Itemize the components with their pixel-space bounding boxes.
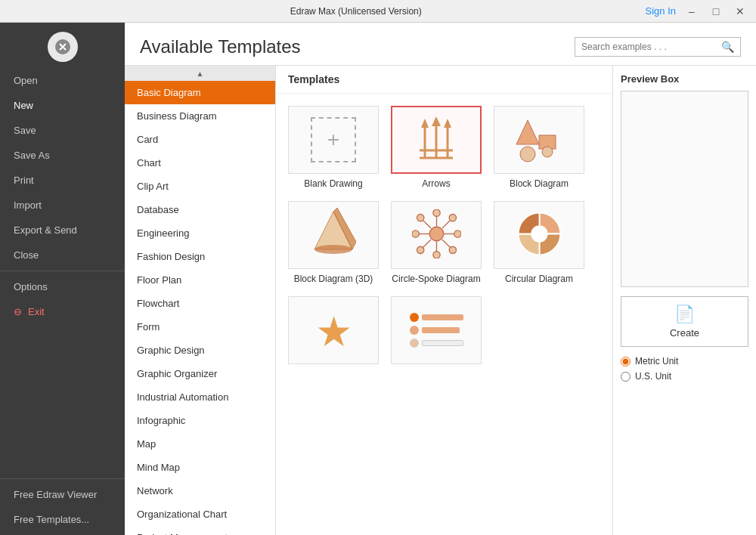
svg-point-12 bbox=[542, 147, 553, 157]
category-item-flowchart[interactable]: Flowchart bbox=[125, 292, 275, 315]
category-label-form: Form bbox=[137, 321, 160, 332]
sidebar-item-close[interactable]: Close bbox=[0, 243, 125, 268]
sidebar-item-export[interactable]: Export & Send bbox=[0, 218, 125, 243]
category-item-chart[interactable]: Chart bbox=[125, 151, 275, 175]
sidebar-item-import[interactable]: Import bbox=[0, 193, 125, 218]
template-thumb-star: ★ bbox=[288, 296, 379, 364]
sidebar-label-print: Print bbox=[14, 175, 34, 186]
unit-us-label: U.S. Unit bbox=[635, 371, 671, 382]
category-label-org-chart: Organizational Chart bbox=[137, 509, 227, 520]
template-card-blank-drawing[interactable]: + ➤ Blank Drawing bbox=[288, 106, 379, 189]
create-icon: 📄 bbox=[674, 305, 695, 324]
window-controls: – □ ✕ bbox=[682, 4, 750, 19]
category-item-org-chart[interactable]: Organizational Chart bbox=[125, 503, 275, 526]
template-card-block-diagram-3d[interactable]: Block Diagram (3D) bbox=[288, 201, 379, 284]
template-card-star[interactable]: ★ bbox=[288, 296, 379, 369]
template-card-circular-diagram[interactable]: Circular Diagram bbox=[494, 201, 584, 284]
content-area: Available Templates 🔍 ▲ ➤ Basic Diagram … bbox=[125, 23, 756, 535]
category-label-graphic-design: Graphic Design bbox=[137, 345, 205, 356]
sidebar-item-free-viewer[interactable]: Free Edraw Viewer bbox=[0, 482, 125, 507]
category-item-form[interactable]: Form bbox=[125, 315, 275, 339]
search-box[interactable]: 🔍 bbox=[575, 37, 741, 57]
unit-metric-radio[interactable] bbox=[621, 357, 631, 366]
svg-point-22 bbox=[454, 230, 460, 237]
category-item-infographic[interactable]: Infographic bbox=[125, 409, 275, 432]
sidebar-footer: Free Edraw Viewer Free Templates... bbox=[0, 478, 125, 535]
svg-marker-9 bbox=[516, 120, 539, 144]
sidebar-item-open[interactable]: Open bbox=[0, 68, 125, 93]
svg-line-31 bbox=[422, 220, 430, 228]
list-dot-3 bbox=[410, 339, 419, 348]
template-thumb-blank-drawing: + ➤ bbox=[288, 106, 379, 174]
sidebar-item-save[interactable]: Save bbox=[0, 118, 125, 143]
template-card-block-diagram[interactable]: Block Diagram bbox=[494, 106, 584, 189]
category-item-industrial-automation[interactable]: Industrial Automation bbox=[125, 385, 275, 409]
category-item-fashion-design[interactable]: Fashion Design bbox=[125, 245, 275, 268]
template-card-arrows[interactable]: Arrows bbox=[391, 106, 482, 189]
category-item-database[interactable]: Database bbox=[125, 198, 275, 221]
sidebar-divider bbox=[0, 271, 125, 271]
category-label-map: Map bbox=[137, 438, 156, 450]
category-item-graphic-design[interactable]: Graphic Design bbox=[125, 339, 275, 362]
category-item-clip-art[interactable]: Clip Art bbox=[125, 175, 275, 198]
preview-box bbox=[621, 91, 748, 287]
svg-point-18 bbox=[432, 209, 439, 216]
category-label-mind-map: Mind Map bbox=[137, 462, 180, 473]
sidebar-label-open: Open bbox=[14, 75, 38, 86]
category-item-network[interactable]: Network bbox=[125, 479, 275, 503]
template-card-list[interactable] bbox=[391, 296, 482, 369]
create-label: Create bbox=[670, 327, 699, 339]
template-card-circle-spoke[interactable]: Circle-Spoke Diagram bbox=[391, 201, 482, 284]
svg-line-19 bbox=[442, 220, 450, 228]
category-item-map[interactable]: Map bbox=[125, 432, 275, 456]
unit-metric-option[interactable]: Metric Unit bbox=[621, 356, 748, 366]
svg-point-20 bbox=[449, 215, 456, 221]
sidebar-item-new[interactable]: New bbox=[0, 93, 125, 118]
sidebar-item-free-templates[interactable]: Free Templates... bbox=[0, 507, 125, 532]
search-input[interactable] bbox=[581, 42, 717, 52]
list-dot-1 bbox=[410, 313, 419, 322]
category-item-business-diagram[interactable]: Business Diagram bbox=[125, 104, 275, 128]
category-item-project-management[interactable]: Project Management bbox=[125, 526, 275, 535]
sidebar: Open New Save Save As Print Import Expor… bbox=[0, 23, 125, 535]
svg-point-30 bbox=[412, 230, 419, 237]
list-icon bbox=[410, 313, 463, 348]
svg-point-26 bbox=[432, 252, 439, 258]
category-item-floor-plan[interactable]: Floor Plan bbox=[125, 268, 275, 292]
scroll-up-button[interactable]: ▲ bbox=[125, 66, 275, 81]
search-icon: 🔍 bbox=[721, 41, 734, 53]
sidebar-label-import: Import bbox=[14, 199, 42, 211]
maximize-button[interactable]: □ bbox=[706, 4, 726, 19]
list-row-2 bbox=[410, 326, 463, 335]
svg-line-23 bbox=[442, 240, 450, 248]
category-item-mind-map[interactable]: Mind Map bbox=[125, 456, 275, 479]
circular-diagram-icon bbox=[515, 209, 564, 261]
category-label-clip-art: Clip Art bbox=[137, 181, 169, 192]
sidebar-label-exit: Exit bbox=[28, 306, 45, 317]
sidebar-item-print[interactable]: Print bbox=[0, 168, 125, 193]
sidebar-label-free-viewer: Free Edraw Viewer bbox=[14, 489, 97, 500]
unit-us-radio[interactable] bbox=[621, 372, 631, 382]
category-item-graphic-organizer[interactable]: Graphic Organizer bbox=[125, 362, 275, 385]
template-label-block-diagram-3d: Block Diagram (3D) bbox=[294, 274, 373, 284]
block-diagram-icon bbox=[513, 114, 565, 165]
sidebar-item-options[interactable]: Options bbox=[0, 274, 125, 299]
sign-in-link[interactable]: Sign In bbox=[646, 5, 676, 17]
category-item-basic-diagram[interactable]: ➤ Basic Diagram bbox=[125, 81, 275, 104]
category-item-card[interactable]: Card bbox=[125, 128, 275, 151]
sidebar-item-exit[interactable]: ⊖ Exit bbox=[0, 299, 125, 324]
close-button[interactable]: ✕ bbox=[730, 4, 750, 19]
list-line-3 bbox=[422, 340, 463, 346]
sidebar-item-save-as[interactable]: Save As bbox=[0, 143, 125, 168]
template-thumb-list bbox=[391, 296, 482, 364]
templates-panel: Templates + ➤ Blank Drawing bbox=[276, 66, 612, 535]
unit-us-option[interactable]: U.S. Unit bbox=[621, 371, 748, 382]
create-button[interactable]: 📄 Create bbox=[621, 296, 748, 347]
category-item-engineering[interactable]: Engineering bbox=[125, 221, 275, 245]
sidebar-label-export: Export & Send bbox=[14, 224, 77, 236]
template-label-arrows: Arrows bbox=[422, 178, 450, 189]
svg-marker-2 bbox=[421, 119, 429, 128]
category-label-network: Network bbox=[137, 485, 173, 496]
template-thumb-arrows bbox=[391, 106, 482, 174]
minimize-button[interactable]: – bbox=[682, 4, 702, 19]
